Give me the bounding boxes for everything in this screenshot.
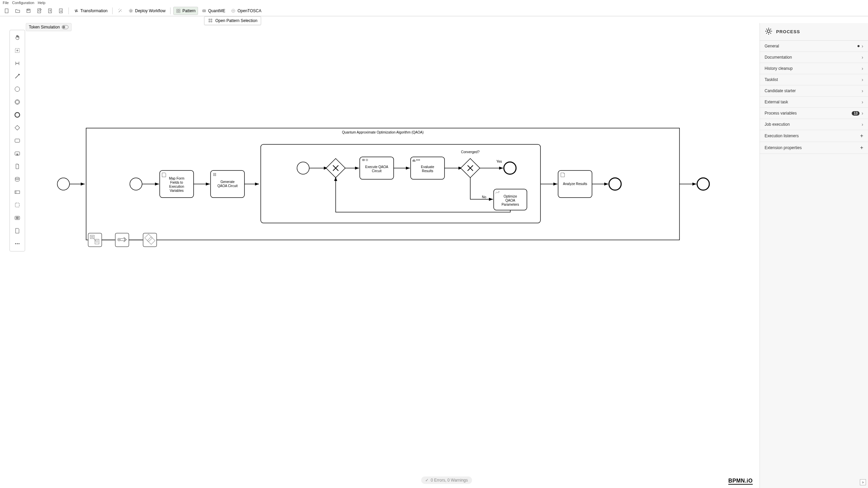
save-button[interactable] xyxy=(24,7,33,15)
chevron-right-icon: › xyxy=(862,55,863,60)
upload-icon xyxy=(47,8,53,14)
artifact-2[interactable] xyxy=(115,233,129,247)
lint-status[interactable]: ✓ 0 Errors, 0 Warnings xyxy=(421,476,472,484)
process-end-event[interactable] xyxy=(697,178,709,190)
menu-help[interactable]: Help xyxy=(38,1,45,5)
svg-rect-2 xyxy=(27,9,29,11)
toolbar-separator xyxy=(112,7,113,14)
svg-rect-16 xyxy=(211,19,212,20)
more-tools[interactable] xyxy=(12,238,23,249)
bpmn-io-logo[interactable]: BPMN.iO xyxy=(728,478,753,485)
svg-text:Execution: Execution xyxy=(169,185,184,188)
collapse-panel-button[interactable]: › xyxy=(860,479,866,485)
upload-button[interactable] xyxy=(45,7,55,15)
connect-tool[interactable] xyxy=(12,71,23,82)
quantme-tab[interactable]: QuantME xyxy=(199,7,228,15)
section-extension-properties[interactable]: Extension properties+ xyxy=(760,142,868,154)
palette xyxy=(9,30,25,251)
open-pattern-selection-label: Open Pattern Selection xyxy=(215,18,257,23)
process-gear-icon xyxy=(765,27,773,36)
data-object-tool[interactable] xyxy=(12,161,23,172)
canvas[interactable]: Token Simulation Quantum Approximate Opt… xyxy=(25,23,868,488)
group-tool[interactable] xyxy=(12,200,23,210)
pool-end-event[interactable] xyxy=(609,178,621,190)
open-file-button[interactable] xyxy=(13,7,22,15)
start-event-tool[interactable] xyxy=(12,84,23,95)
participant-tool[interactable] xyxy=(12,187,23,198)
deploy-workflow-button[interactable]: Deploy Workflow xyxy=(126,7,167,15)
menu-file[interactable]: File xyxy=(3,1,9,5)
section-job-execution[interactable]: Job execution› xyxy=(760,119,868,130)
edit-icon xyxy=(37,8,42,14)
section-tasklist[interactable]: Tasklist› xyxy=(760,74,868,85)
svg-text:Execute QAOA: Execute QAOA xyxy=(365,165,388,169)
section-general[interactable]: General› xyxy=(760,41,868,52)
transformation-icon xyxy=(74,8,79,14)
section-documentation[interactable]: Documentation› xyxy=(760,52,868,63)
svg-text:Parameters: Parameters xyxy=(501,203,519,206)
subprocess-tool[interactable] xyxy=(12,148,23,159)
pool-start-event[interactable] xyxy=(130,178,142,190)
svg-rect-8 xyxy=(179,9,180,11)
section-history-cleanup[interactable]: History cleanup› xyxy=(760,63,868,74)
svg-text:Map Form: Map Form xyxy=(169,177,184,180)
pattern-icon xyxy=(176,8,181,14)
menu-configuration[interactable]: Configuration xyxy=(12,1,34,5)
download-button[interactable] xyxy=(56,7,66,15)
toolbar-separator xyxy=(68,7,69,14)
chevron-right-icon: › xyxy=(862,99,863,105)
menu-bar: File Configuration Help xyxy=(0,0,868,5)
end-event-tool[interactable] xyxy=(12,109,23,120)
check-icon: ✓ xyxy=(425,478,429,483)
opentosca-tab[interactable]: OpenTOSCA xyxy=(229,7,263,15)
artifact-3[interactable] xyxy=(143,233,157,247)
count-badge: 13 xyxy=(852,111,860,116)
section-process-variables[interactable]: Process variables13› xyxy=(760,108,868,119)
transformation-button[interactable]: Transformation xyxy=(72,7,110,15)
svg-point-20 xyxy=(15,87,20,92)
space-tool[interactable] xyxy=(12,58,23,69)
gateway-tool[interactable] xyxy=(12,122,23,133)
svg-rect-51 xyxy=(413,160,413,162)
edit-button[interactable] xyxy=(35,7,44,15)
svg-text:QAOA: QAOA xyxy=(506,199,515,202)
svg-point-37 xyxy=(17,243,18,244)
subprocess[interactable] xyxy=(261,144,540,223)
data-store-tool[interactable] xyxy=(12,174,23,185)
chevron-right-icon: › xyxy=(862,122,863,127)
intermediate-event-tool[interactable] xyxy=(12,97,23,107)
bpmn-diagram: Quantum Approximate Optimization Algorit… xyxy=(25,23,737,294)
svg-text:Generate: Generate xyxy=(220,180,235,184)
properties-title: PROCESS xyxy=(776,29,800,34)
section-execution-listeners[interactable]: Execution listeners+ xyxy=(760,130,868,142)
dot-indicator xyxy=(857,45,860,47)
process-start-event[interactable] xyxy=(57,178,70,190)
toolbar: Transformation Deploy Workflow Pattern Q… xyxy=(0,5,868,16)
artifact-1[interactable] xyxy=(88,233,102,247)
lint-text: 0 Errors, 0 Warnings xyxy=(431,478,468,483)
hand-tool[interactable] xyxy=(12,32,23,43)
section-external-task[interactable]: External task› xyxy=(760,97,868,108)
properties-header: PROCESS xyxy=(760,23,868,41)
download-icon xyxy=(58,8,64,14)
new-file-button[interactable] xyxy=(2,7,12,15)
save-icon xyxy=(26,8,31,14)
svg-point-65 xyxy=(119,239,120,240)
svg-rect-15 xyxy=(209,19,210,20)
open-folder-icon xyxy=(15,8,20,14)
transformation-label: Transformation xyxy=(80,8,107,13)
opentosca-label: OpenTOSCA xyxy=(237,8,261,13)
magic-button[interactable] xyxy=(115,7,125,15)
sub-end-event[interactable] xyxy=(504,162,516,174)
quantme-task-tool[interactable] xyxy=(12,212,23,223)
svg-rect-0 xyxy=(5,9,8,13)
pattern-tab[interactable]: Pattern xyxy=(173,7,198,15)
sub-start-event[interactable] xyxy=(297,162,309,174)
section-candidate-starter[interactable]: Candidate starter› xyxy=(760,85,868,97)
wand-icon xyxy=(117,8,123,14)
lasso-tool[interactable] xyxy=(12,45,23,56)
svg-rect-52 xyxy=(414,159,414,162)
page-tool[interactable] xyxy=(12,225,23,236)
flow-loopback[interactable] xyxy=(336,177,510,212)
task-tool[interactable] xyxy=(12,135,23,146)
